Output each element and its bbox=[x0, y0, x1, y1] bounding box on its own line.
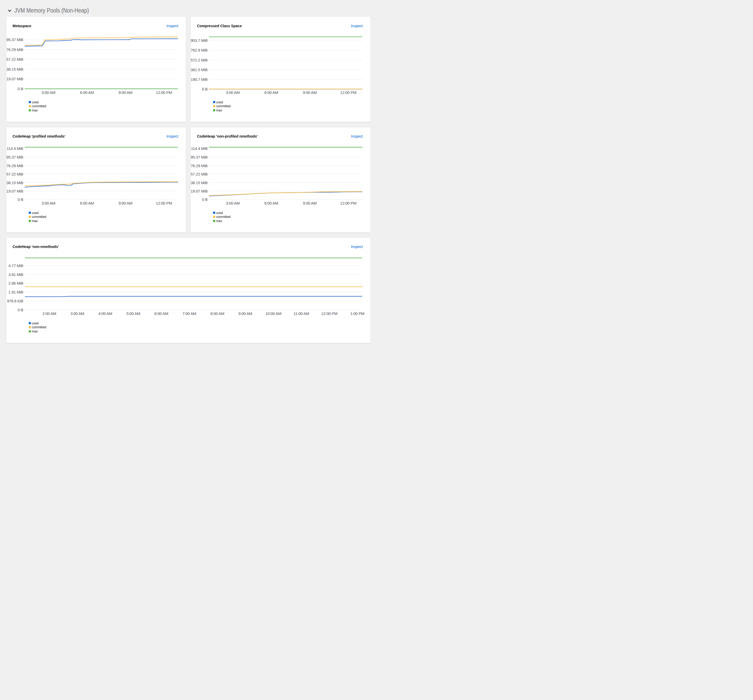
svg-text:57.22 MiB: 57.22 MiB bbox=[6, 172, 23, 176]
svg-text:38.15 MiB: 38.15 MiB bbox=[190, 180, 207, 185]
svg-text:6:00 AM: 6:00 AM bbox=[264, 201, 278, 205]
svg-text:used: used bbox=[216, 211, 223, 214]
svg-text:committed: committed bbox=[32, 215, 46, 219]
svg-text:2.86 MiB: 2.86 MiB bbox=[8, 281, 23, 285]
svg-text:95.37 MiB: 95.37 MiB bbox=[190, 155, 207, 159]
svg-text:max: max bbox=[216, 219, 222, 223]
svg-text:3:00 AM: 3:00 AM bbox=[226, 90, 240, 95]
svg-text:6:00 AM: 6:00 AM bbox=[264, 90, 278, 95]
svg-text:953.7 MiB: 953.7 MiB bbox=[190, 38, 207, 43]
svg-text:0 B: 0 B bbox=[202, 87, 207, 91]
svg-text:95.37 MiB: 95.37 MiB bbox=[6, 38, 23, 42]
svg-text:9:00 AM: 9:00 AM bbox=[303, 90, 316, 95]
svg-text:76.29 MiB: 76.29 MiB bbox=[6, 47, 23, 52]
svg-text:12:00 PM: 12:00 PM bbox=[156, 201, 172, 205]
svg-text:12:00 PM: 12:00 PM bbox=[321, 311, 337, 316]
svg-text:max: max bbox=[216, 109, 222, 112]
svg-text:max: max bbox=[32, 219, 37, 223]
svg-text:0 B: 0 B bbox=[17, 87, 23, 91]
svg-text:57.22 MiB: 57.22 MiB bbox=[6, 57, 23, 61]
svg-text:0 B: 0 B bbox=[17, 307, 23, 312]
svg-text:4:00 AM: 4:00 AM bbox=[98, 311, 112, 316]
svg-text:9:00 AM: 9:00 AM bbox=[118, 201, 132, 205]
svg-text:762.9 MiB: 762.9 MiB bbox=[190, 48, 207, 52]
svg-text:12:00 PM: 12:00 PM bbox=[156, 90, 172, 95]
svg-text:19.07 MiB: 19.07 MiB bbox=[6, 189, 23, 193]
svg-text:572.2 MiB: 572.2 MiB bbox=[190, 58, 207, 62]
svg-text:9:00 AM: 9:00 AM bbox=[238, 311, 252, 316]
svg-text:4.77 MiB: 4.77 MiB bbox=[8, 263, 23, 268]
svg-text:max: max bbox=[32, 109, 37, 112]
svg-text:committed: committed bbox=[216, 215, 231, 219]
svg-text:5:00 AM: 5:00 AM bbox=[126, 311, 140, 316]
svg-text:7:00 AM: 7:00 AM bbox=[182, 311, 196, 316]
svg-text:3:00 AM: 3:00 AM bbox=[226, 201, 240, 205]
svg-text:12:00 PM: 12:00 PM bbox=[340, 201, 356, 205]
svg-text:committed: committed bbox=[216, 105, 231, 108]
svg-text:381.5 MiB: 381.5 MiB bbox=[190, 67, 207, 72]
svg-text:committed: committed bbox=[32, 325, 46, 329]
svg-text:9:00 AM: 9:00 AM bbox=[118, 90, 132, 95]
svg-text:11:00 AM: 11:00 AM bbox=[293, 311, 309, 316]
svg-text:2:00 AM: 2:00 AM bbox=[42, 311, 56, 316]
svg-text:19.07 MiB: 19.07 MiB bbox=[190, 189, 207, 193]
svg-text:114.4 MiB: 114.4 MiB bbox=[191, 146, 207, 151]
svg-text:8:00 AM: 8:00 AM bbox=[210, 311, 224, 316]
svg-text:190.7 MiB: 190.7 MiB bbox=[190, 77, 207, 81]
svg-text:used: used bbox=[216, 100, 223, 104]
svg-text:76.29 MiB: 76.29 MiB bbox=[190, 163, 207, 168]
svg-text:12:00 PM: 12:00 PM bbox=[340, 90, 356, 95]
svg-text:3:00 AM: 3:00 AM bbox=[41, 90, 55, 95]
svg-text:38.15 MiB: 38.15 MiB bbox=[6, 180, 23, 185]
svg-text:committed: committed bbox=[32, 105, 46, 108]
svg-text:0 B: 0 B bbox=[17, 197, 23, 202]
svg-text:used: used bbox=[32, 321, 39, 325]
svg-text:0 B: 0 B bbox=[202, 197, 207, 202]
svg-text:76.29 MiB: 76.29 MiB bbox=[6, 163, 23, 168]
svg-text:9:00 AM: 9:00 AM bbox=[303, 201, 316, 205]
svg-text:6:00 AM: 6:00 AM bbox=[154, 311, 168, 316]
svg-text:max: max bbox=[32, 330, 37, 333]
svg-text:used: used bbox=[32, 211, 39, 214]
svg-text:38.15 MiB: 38.15 MiB bbox=[6, 67, 23, 72]
svg-text:1:00 PM: 1:00 PM bbox=[350, 311, 364, 316]
svg-text:114.4 MiB: 114.4 MiB bbox=[6, 146, 23, 151]
svg-text:57.22 MiB: 57.22 MiB bbox=[190, 172, 207, 176]
svg-text:10:00 AM: 10:00 AM bbox=[265, 311, 281, 316]
svg-text:976.6 KiB: 976.6 KiB bbox=[7, 299, 23, 303]
svg-text:3:00 AM: 3:00 AM bbox=[70, 311, 84, 316]
svg-text:3:00 AM: 3:00 AM bbox=[41, 201, 55, 205]
svg-text:6:00 AM: 6:00 AM bbox=[80, 90, 94, 95]
svg-text:19.07 MiB: 19.07 MiB bbox=[6, 77, 23, 81]
svg-text:95.37 MiB: 95.37 MiB bbox=[6, 155, 23, 159]
svg-text:1.91 MiB: 1.91 MiB bbox=[8, 289, 23, 294]
svg-text:used: used bbox=[32, 100, 39, 104]
svg-text:3.81 MiB: 3.81 MiB bbox=[8, 272, 23, 277]
svg-text:6:00 AM: 6:00 AM bbox=[80, 201, 94, 205]
